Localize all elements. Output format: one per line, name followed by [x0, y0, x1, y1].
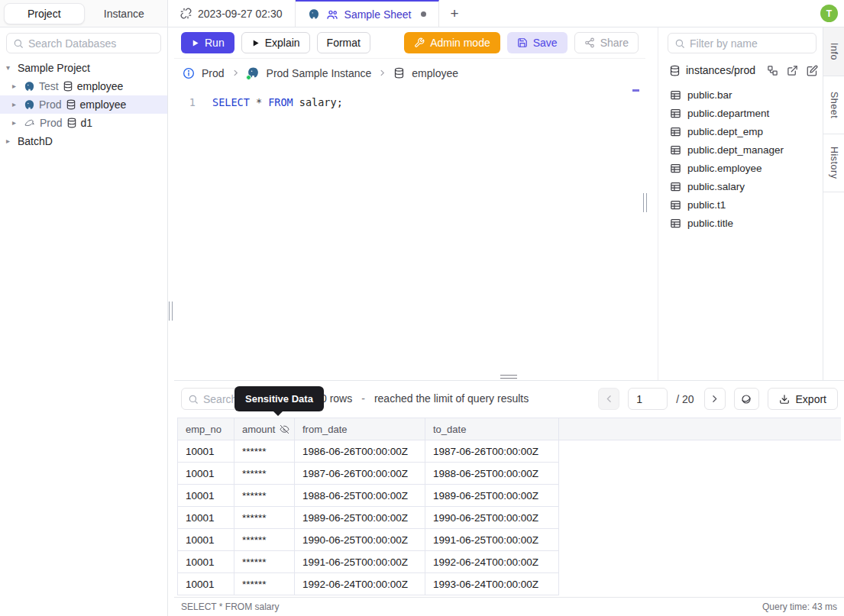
table-row[interactable]: 10001 ****** 1990-06-25T00:00:00Z 1991-0… — [178, 529, 841, 551]
table-cell: ****** — [234, 463, 295, 485]
results-table-body: 10001 ****** 1986-06-26T00:00:00Z 1987-0… — [178, 440, 841, 595]
database-sidebar: ▾ Sample Project ▸ Test employee ▸ Prod … — [0, 27, 168, 616]
share-button[interactable]: Share — [574, 32, 639, 53]
tree-db-prod-d1[interactable]: ▸ Prod d1 — [0, 114, 167, 132]
database-search-input[interactable] — [28, 37, 154, 50]
breadcrumb: Prod Prod Sample Instance employee — [174, 59, 645, 87]
table-row[interactable]: 10001 ****** 1988-06-25T00:00:00Z 1989-0… — [178, 485, 841, 507]
rows-separator: - — [361, 392, 365, 405]
schema-table-item[interactable]: public.dept_manager — [658, 140, 823, 159]
table-row[interactable]: 10001 ****** 1991-06-25T00:00:00Z 1992-0… — [178, 551, 841, 573]
column-header-emp-no[interactable]: emp_no — [178, 418, 234, 440]
table-cell: 1988-06-25T00:00:00Z — [295, 485, 425, 507]
schema-table-name: public.salary — [687, 181, 745, 192]
rows-info: 0 rows - reached the limit of query resu… — [321, 392, 529, 405]
table-cell-filler — [559, 573, 841, 595]
tab-history[interactable]: History — [823, 134, 844, 192]
save-icon — [517, 37, 528, 48]
search-icon — [188, 394, 199, 405]
results-table: emp_no amount from_date to_date 10001 **… — [177, 418, 841, 595]
new-tab-button[interactable]: + — [439, 0, 471, 27]
column-header-to-date[interactable]: to_date — [425, 418, 559, 440]
schema-table-name: public.department — [687, 108, 769, 119]
tab-info[interactable]: Info — [823, 27, 844, 76]
table-cell: 1986-06-26T00:00:00Z — [295, 440, 425, 463]
admin-mode-label: Admin mode — [430, 37, 490, 49]
table-row[interactable]: 10001 ****** 1987-06-26T00:00:00Z 1988-0… — [178, 463, 841, 485]
group-icon — [326, 8, 338, 21]
run-button[interactable]: Run — [181, 32, 234, 53]
save-button[interactable]: Save — [507, 32, 568, 53]
tab-instance[interactable]: Instance — [85, 4, 164, 24]
edit-icon[interactable] — [807, 65, 818, 76]
tab-sample-sheet[interactable]: Sample Sheet — [296, 0, 439, 27]
table-cell: 1987-06-26T00:00:00Z — [425, 440, 559, 463]
chevron-right-icon — [378, 69, 386, 77]
schema-table-item[interactable]: public.salary — [658, 177, 823, 195]
table-cell: ****** — [234, 507, 295, 529]
schema-table-item[interactable]: public.t1 — [658, 195, 823, 214]
page-number-input[interactable] — [628, 388, 668, 410]
status-bar: SELECT * FROM salary Query time: 43 ms — [174, 597, 844, 616]
column-header-from-date[interactable]: from_date — [295, 418, 425, 440]
sql-editor[interactable]: 1 SELECT * FROM salary; — [174, 87, 645, 380]
tab-project[interactable]: Project — [4, 3, 85, 24]
schema-table-item[interactable]: public.bar — [658, 85, 823, 104]
schema-table-item[interactable]: public.department — [658, 104, 823, 122]
tab-timestamp-label: 2023-09-27 02:30 — [198, 8, 283, 20]
info-icon[interactable] — [183, 67, 195, 79]
table-row[interactable]: 10001 ****** 1992-06-24T00:00:00Z 1993-0… — [178, 573, 841, 595]
table-row[interactable]: 10001 ****** 1989-06-25T00:00:00Z 1990-0… — [178, 507, 841, 529]
external-link-icon[interactable] — [787, 65, 798, 76]
schema-panel: instances/prod public.bar public.departm… — [658, 27, 823, 380]
schema-table-item[interactable]: public.title — [658, 214, 823, 232]
format-button[interactable]: Format — [317, 32, 370, 53]
schema-table-item[interactable]: public.dept_emp — [658, 122, 823, 140]
table-row[interactable]: 10001 ****** 1986-06-26T00:00:00Z 1987-0… — [178, 440, 841, 463]
breadcrumb-database[interactable]: employee — [412, 67, 458, 79]
schema-filter-box[interactable] — [668, 33, 817, 53]
unlink-icon — [180, 8, 192, 19]
table-cell: 10001 — [178, 507, 234, 529]
tree-db-prod-employee[interactable]: ▸ Prod employee — [0, 95, 167, 114]
panel-switcher: Project Instance — [0, 0, 168, 27]
save-button-label: Save — [533, 37, 558, 49]
tree-db-test-employee[interactable]: ▸ Test employee — [0, 77, 167, 95]
table-cell-filler — [559, 551, 841, 573]
schema-diagram-icon[interactable] — [767, 65, 778, 76]
explain-button[interactable]: Explain — [241, 32, 310, 53]
schema-table-name: public.dept_emp — [687, 126, 763, 137]
avatar[interactable]: T — [820, 5, 838, 22]
table-cell: ****** — [234, 485, 295, 507]
breadcrumb-instance[interactable]: Prod Sample Instance — [267, 67, 372, 79]
table-icon — [670, 218, 681, 229]
result-options-button[interactable] — [734, 388, 759, 410]
postgres-icon — [24, 81, 35, 92]
table-cell: 1993-06-24T00:00:00Z — [425, 573, 559, 595]
database-search-box[interactable] — [6, 33, 161, 53]
tree-project-sample[interactable]: ▾ Sample Project — [0, 59, 167, 77]
wrench-icon — [414, 37, 425, 48]
left-panel-resize-handle[interactable] — [169, 302, 173, 321]
schema-table-item[interactable]: public.employee — [658, 159, 823, 177]
next-page-button[interactable] — [704, 388, 726, 410]
table-cell: ****** — [234, 551, 295, 573]
schema-filter-input[interactable] — [690, 37, 810, 50]
table-header-row: emp_no amount from_date to_date — [178, 418, 841, 440]
results-panel: 0 rows - reached the limit of query resu… — [174, 380, 844, 597]
column-header-amount[interactable]: amount — [234, 418, 295, 440]
tab-sheet[interactable]: Sheet — [823, 76, 844, 134]
prev-page-button[interactable] — [598, 388, 619, 410]
breadcrumb-environment[interactable]: Prod — [202, 67, 225, 79]
tab-timestamp-sheet[interactable]: 2023-09-27 02:30 — [168, 0, 296, 27]
results-resize-handle[interactable] — [500, 375, 517, 379]
export-button[interactable]: Export — [768, 388, 838, 410]
tree-project-batchd[interactable]: ▸ BatchD — [0, 132, 167, 150]
admin-mode-button[interactable]: Admin mode — [404, 32, 500, 53]
table-cell-filler — [559, 507, 841, 529]
database-label: employee — [80, 98, 127, 111]
right-panel-resize-handle[interactable] — [643, 193, 647, 212]
share-button-label: Share — [600, 37, 629, 49]
page-total: / 20 — [676, 393, 694, 405]
table-cell-filler — [559, 485, 841, 507]
